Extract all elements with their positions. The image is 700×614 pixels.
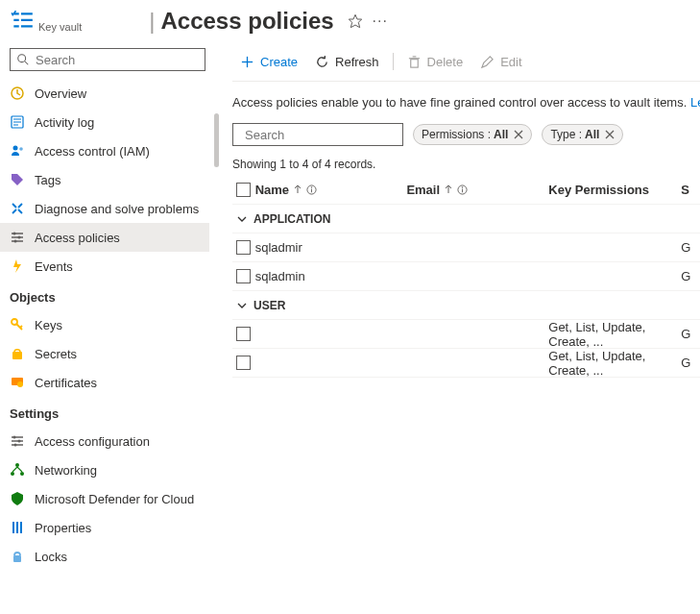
svg-point-30 — [20, 472, 24, 476]
table-row[interactable]: Get, List, Update, Create, ...G — [232, 349, 700, 378]
networking-icon — [10, 462, 25, 478]
activitylog-icon — [10, 114, 25, 130]
locks-icon — [10, 549, 25, 564]
svg-point-28 — [15, 463, 19, 467]
svg-point-26 — [18, 440, 21, 443]
sidebar: Overview Activity log Access control (IA… — [0, 42, 209, 614]
svg-rect-33 — [20, 522, 22, 533]
cell-name: sqladmin — [255, 269, 407, 283]
sidebar-item-accesspolicies[interactable]: Access policies — [0, 223, 209, 252]
svg-point-14 — [18, 236, 21, 239]
svg-line-2 — [25, 61, 29, 65]
svg-rect-31 — [12, 522, 14, 533]
favorite-star-icon[interactable] — [348, 13, 363, 29]
svg-rect-32 — [16, 522, 18, 533]
row-checkbox[interactable] — [236, 269, 251, 283]
cell-s: G — [681, 356, 700, 370]
chevron-down-icon — [236, 300, 248, 311]
learn-more-link[interactable]: Learn more — [690, 95, 700, 110]
svg-point-25 — [13, 436, 16, 439]
svg-point-15 — [14, 240, 17, 243]
table-search[interactable] — [232, 123, 403, 146]
svg-rect-19 — [12, 352, 22, 359]
sidebar-item-secrets[interactable]: Secrets — [0, 339, 209, 368]
col-header-keyperm[interactable]: Key Permissions — [548, 183, 681, 197]
svg-rect-34 — [13, 555, 21, 562]
sidebar-item-properties[interactable]: Properties — [0, 513, 209, 542]
sidebar-search[interactable] — [10, 48, 205, 71]
cell-s: G — [681, 240, 700, 255]
row-checkbox[interactable] — [236, 240, 251, 255]
svg-point-13 — [13, 233, 16, 235]
sidebar-item-diagnose[interactable]: Diagnose and solve problems — [0, 194, 209, 223]
sidebar-item-iam[interactable]: Access control (IAM) — [0, 136, 209, 165]
svg-point-21 — [17, 381, 23, 387]
col-header-s[interactable]: S — [681, 183, 700, 197]
secrets-icon — [10, 346, 25, 361]
table-search-input[interactable] — [243, 127, 408, 143]
svg-line-18 — [20, 326, 22, 328]
tags-icon — [10, 172, 25, 187]
select-all-checkbox[interactable] — [236, 183, 251, 197]
title-separator: | — [149, 8, 155, 35]
overview-icon — [10, 86, 25, 101]
page-title: Access policies — [160, 8, 333, 35]
keyvault-icon — [10, 9, 35, 34]
sidebar-section-objects: Objects — [0, 281, 209, 310]
filter-type[interactable]: Type : All — [542, 124, 623, 145]
policies-table: Name Email Key Permissions S APPLICATION… — [232, 175, 700, 378]
cell-s: G — [681, 269, 700, 283]
filter-permissions[interactable]: Permissions : All — [413, 124, 532, 145]
command-divider — [393, 53, 394, 70]
iam-icon — [10, 143, 25, 159]
svg-rect-37 — [410, 59, 418, 66]
chevron-down-icon — [236, 213, 248, 225]
info-icon — [457, 184, 468, 195]
description: Access policies enable you to have fine … — [232, 95, 700, 110]
delete-button: Delete — [399, 46, 471, 77]
row-checkbox[interactable] — [236, 327, 251, 341]
more-menu-icon[interactable]: ··· — [373, 12, 388, 30]
sidebar-search-input[interactable] — [34, 52, 199, 68]
sidebar-item-defender[interactable]: Microsoft Defender for Cloud — [0, 484, 209, 513]
svg-point-29 — [11, 472, 14, 476]
command-bar: Create Refresh Delete Edit — [232, 42, 700, 81]
group-row[interactable]: USER — [232, 291, 700, 320]
group-label: USER — [253, 299, 285, 312]
info-icon — [306, 184, 317, 195]
sidebar-item-accessconfig[interactable]: Access configuration — [0, 427, 209, 455]
sidebar-item-events[interactable]: Events — [0, 252, 209, 281]
close-icon[interactable] — [605, 130, 615, 139]
breadcrumb: Key vault — [38, 21, 82, 35]
svg-point-27 — [14, 444, 17, 447]
sidebar-section-settings: Settings — [0, 397, 209, 427]
diagnose-icon — [10, 201, 25, 216]
sidebar-item-activitylog[interactable]: Activity log — [0, 108, 209, 136]
table-row[interactable]: Get, List, Update, Create, ...G — [232, 320, 700, 349]
sidebar-item-keys[interactable]: Keys — [0, 310, 209, 339]
col-header-name[interactable]: Name — [255, 183, 407, 197]
sidebar-item-overview[interactable]: Overview — [0, 79, 209, 108]
sidebar-item-certificates[interactable]: Certificates — [0, 368, 209, 397]
table-row[interactable]: sqladmirG — [232, 233, 700, 262]
properties-icon — [10, 520, 25, 535]
svg-point-51 — [462, 186, 463, 187]
create-button[interactable]: Create — [232, 46, 305, 77]
sidebar-item-networking[interactable]: Networking — [0, 455, 209, 484]
table-row[interactable]: sqladminG — [232, 262, 700, 291]
certificates-icon — [10, 375, 25, 390]
group-row[interactable]: APPLICATION — [232, 205, 700, 233]
defender-icon — [10, 491, 25, 506]
row-checkbox[interactable] — [236, 356, 251, 370]
sidebar-item-locks[interactable]: Locks — [0, 542, 209, 571]
events-icon — [10, 258, 25, 274]
col-header-email[interactable]: Email — [406, 183, 548, 197]
accesspolicies-icon — [10, 230, 25, 245]
svg-point-1 — [18, 55, 26, 62]
cell-name: sqladmir — [255, 240, 407, 255]
sort-up-icon — [444, 184, 453, 194]
close-icon[interactable] — [514, 130, 523, 139]
refresh-button[interactable]: Refresh — [307, 46, 387, 77]
sidebar-item-tags[interactable]: Tags — [0, 165, 209, 194]
svg-point-48 — [311, 186, 312, 187]
